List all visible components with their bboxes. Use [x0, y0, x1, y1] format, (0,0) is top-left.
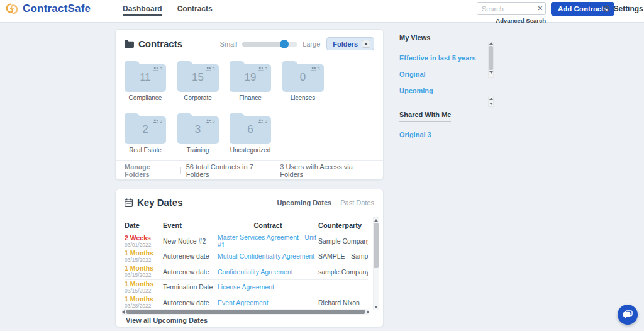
scroll-up-arrow-icon[interactable] [374, 219, 378, 222]
scroll-up-arrow-icon[interactable] [489, 42, 493, 45]
saved-view-link[interactable]: Original 3 [399, 131, 487, 138]
contract-link[interactable]: Event Agreement [218, 299, 318, 306]
search-input[interactable] [477, 2, 546, 15]
key-dates-tabs: Upcoming Dates Past Dates [277, 199, 374, 206]
manage-folders-link[interactable]: Manage Folders [125, 163, 175, 178]
folders-dropdown[interactable]: Folders [326, 37, 374, 50]
scroll-down-arrow-icon[interactable] [374, 306, 378, 308]
my-views-scrollbar[interactable] [488, 42, 494, 78]
users-access-stat: 3 Users with Access via Folders [280, 163, 374, 178]
brand-logo[interactable]: ContractSafe [5, 2, 91, 16]
vertical-scroll-thumb[interactable] [374, 223, 379, 268]
my-views-heading: My Views [399, 34, 435, 45]
size-small-label: Small [220, 40, 238, 48]
event-name: Autorenew date [163, 268, 218, 276]
event-date: 03/01/2022 [125, 242, 163, 248]
folder-name: Licenses [282, 94, 324, 101]
folder-users-badge: 3 [258, 119, 267, 123]
key-dates-footer: View all Upcoming Dates [116, 313, 383, 327]
counterparty-name: Richard Nixon [318, 299, 368, 306]
folders-dropdown-label: Folders [333, 40, 358, 48]
scroll-thumb[interactable] [489, 46, 493, 70]
table-vertical-scrollbar[interactable] [373, 217, 379, 310]
folder-tile[interactable]: 15 3 Corporate [177, 60, 219, 101]
folder-name: Training [177, 147, 219, 154]
time-remaining: 1 Months [125, 296, 163, 303]
table-header-row: Date Event Contract Counterparty [125, 217, 368, 233]
slider-knob[interactable] [280, 40, 289, 48]
clear-search-icon[interactable]: × [538, 3, 543, 14]
chat-widget-button[interactable] [618, 305, 638, 325]
chevron-down-icon [362, 40, 370, 48]
shared-with-me-list: Original 3 [399, 131, 487, 138]
size-large-label: Large [303, 40, 320, 48]
time-remaining: 1 Months [125, 265, 163, 272]
folder-users-count: 3 [160, 119, 162, 123]
view-all-upcoming-dates-link[interactable]: View all Upcoming Dates [126, 317, 208, 324]
contract-link[interactable]: Confidentiality Agreement [218, 268, 318, 276]
top-bar: ContractSafe Dashboard Contracts × Advan… [0, 0, 644, 23]
users-icon [258, 67, 264, 71]
saved-view-link[interactable]: Original [399, 70, 487, 78]
shared-with-me-section: Shared With Me Original 3 [399, 108, 487, 138]
scroll-down-arrow-icon[interactable] [489, 103, 493, 105]
event-name: New Notice #2 [163, 237, 218, 245]
shared-scrollbar[interactable] [488, 96, 494, 107]
folder-users-badge: 3 [206, 119, 215, 123]
folder-shape-icon: 15 3 [177, 64, 219, 92]
folder-name: Real Estate [125, 147, 166, 154]
scroll-down-arrow-icon[interactable] [489, 71, 493, 74]
users-icon [153, 67, 158, 71]
folder-tile[interactable]: 0 3 Licenses [282, 60, 324, 101]
key-dates-card: Key Dates Upcoming Dates Past Dates Date… [115, 189, 384, 327]
users-icon [311, 67, 316, 71]
folder-users-count: 3 [213, 119, 215, 123]
time-remaining: 1 Months [125, 250, 163, 257]
tab-past-dates[interactable]: Past Dates [340, 199, 374, 206]
folder-shape-icon: 2 3 [125, 116, 166, 144]
contract-link[interactable]: Master Services Agreement - Unit #1 [218, 233, 318, 249]
chat-bubble-icon [623, 310, 633, 320]
event-name: Autorenew date [163, 252, 218, 260]
contract-link[interactable]: Mutual Confidentiality Agreement [218, 252, 318, 260]
folder-users-badge: 3 [258, 67, 267, 71]
folder-shape-icon: 19 3 [230, 64, 271, 92]
total-contracts-stat: 56 total Contracts in 7 Folders [186, 163, 275, 178]
time-remaining: 2 Weeks [125, 235, 163, 242]
date-cell: 1 Months 03/15/2022 [125, 265, 163, 278]
nav-contracts[interactable]: Contracts [177, 4, 213, 16]
nav-dashboard[interactable]: Dashboard [123, 4, 162, 16]
col-date: Date [125, 222, 163, 229]
users-icon [206, 119, 211, 123]
contractsafe-logo-icon [5, 2, 19, 16]
folder-tile[interactable]: 3 3 Training [177, 113, 219, 154]
folder-contract-count: 15 [177, 71, 219, 84]
folder-size-slider[interactable] [242, 40, 297, 48]
folder-users-count: 3 [265, 119, 267, 123]
scroll-up-arrow-icon[interactable] [489, 98, 493, 100]
saved-view-link[interactable]: Upcoming [399, 87, 487, 94]
folder-shape-icon: 11 3 [125, 64, 166, 92]
saved-view-link[interactable]: Effective in last 5 years [399, 54, 487, 62]
folder-name: Compliance [125, 94, 166, 101]
contract-link[interactable]: License Agreement [218, 283, 318, 291]
folder-tile[interactable]: 6 3 Uncategorized [230, 113, 271, 154]
folder-shape-icon: 0 3 [282, 64, 324, 92]
folder-tile[interactable]: 19 3 Finance [230, 60, 271, 101]
calendar-icon [125, 198, 133, 207]
contracts-card-footer: Manage Folders 56 total Contracts in 7 F… [116, 160, 383, 179]
folder-users-count: 3 [213, 67, 215, 71]
folder-tile[interactable]: 2 3 Real Estate [125, 113, 166, 154]
key-date-row: 1 Months 03/15/2022 Autorenew date Mutua… [125, 249, 368, 265]
date-cell: 1 Months 03/15/2022 [125, 250, 163, 263]
divider [180, 167, 181, 174]
key-dates-title: Key Dates [137, 197, 183, 208]
key-date-row: 1 Months 03/15/2022 Autorenew date Confi… [125, 264, 368, 280]
settings-button[interactable]: ⚙ Settings [602, 3, 643, 14]
settings-label: Settings [613, 4, 643, 13]
folder-users-count: 3 [318, 67, 320, 71]
tab-upcoming-dates[interactable]: Upcoming Dates [277, 199, 331, 206]
advanced-search-link[interactable]: Advanced Search [496, 17, 546, 24]
folder-tile[interactable]: 11 3 Compliance [125, 60, 166, 101]
folder-icon [125, 40, 134, 48]
